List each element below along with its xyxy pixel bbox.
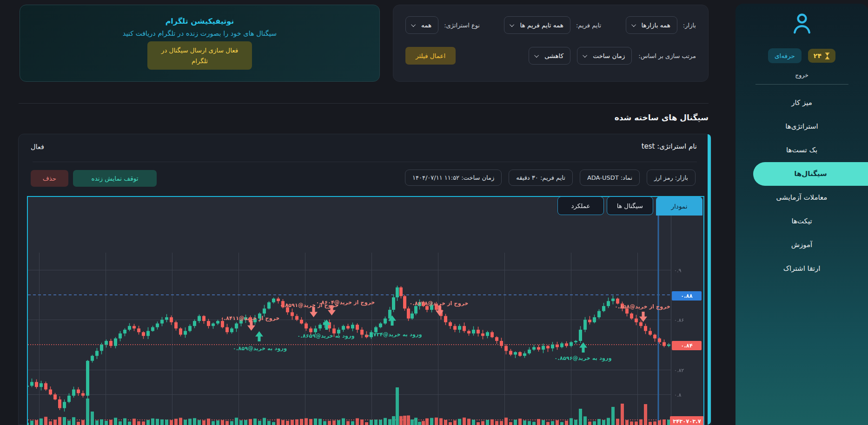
sidebar-item-tickets[interactable]: تیکت‌ها xyxy=(735,209,868,233)
chart-annotation-entry: ورود به خرید@۰.۸۷۳۴ xyxy=(364,331,422,338)
chart-annotation-entry: ورود به خرید@۰.۸۵۹ xyxy=(233,345,287,352)
price-axis-label: ۰.۸۲ xyxy=(674,367,684,373)
timeframe-badge: تایم فریم: ۳۰ دقیقه xyxy=(509,170,573,186)
user-avatar-icon[interactable] xyxy=(735,4,868,35)
apply-filter-button[interactable]: اعمال فیلتر xyxy=(405,47,456,65)
sidebar-item-backtests[interactable]: بک تست‌ها xyxy=(735,138,868,162)
sidebar-item-upgrade[interactable]: ارتقا اشتراک xyxy=(735,257,868,281)
stop-live-view-button[interactable]: توقف نمایش زنده xyxy=(73,170,157,187)
chart-annotation-entry: ورود به خرید@۰.۸۶۵۹ xyxy=(297,333,355,339)
pro-badge: حرفه‌ای xyxy=(768,48,802,63)
strategy-type-filter-label: نوع استراتژی: xyxy=(444,22,480,29)
symbol-badge: نماد: ADA-USDT xyxy=(580,170,640,186)
price-axis-label: ۰.۸۸ xyxy=(672,291,702,301)
price-axis-label: ۰.۹ xyxy=(674,268,681,274)
chart-annotation-exit: خروج از خرید@۰.۸۴۱۱ xyxy=(221,315,280,321)
strategy-name: نام استراتژی: test xyxy=(642,142,697,150)
card-accent-bar xyxy=(708,134,711,425)
sort-direction-select[interactable]: کاهشی xyxy=(529,47,570,65)
sidebar: ۲۴ حرفه‌ای خروج میز کار استراتژی‌ها بک ت… xyxy=(735,4,868,425)
hourglass-icon xyxy=(825,52,830,59)
signal-meta-badges: بازار: رمز ارز نماد: ADA-USDT تایم فریم:… xyxy=(405,170,696,186)
timeframe-filter-label: تایم فریم: xyxy=(576,22,601,29)
filters-panel: بازار: همه بازارها تایم فریم: همه تایم ف… xyxy=(393,5,709,82)
sidebar-item-demo-trades[interactable]: معاملات آزمایشی xyxy=(735,186,868,209)
signal-card-tabs: نمودار سیگنال ها عملکرد xyxy=(557,196,702,216)
credit-badge: ۲۴ xyxy=(808,49,835,63)
chart-annotation-exit: خروج از خرید@۰.۸۵۸ xyxy=(615,303,670,310)
telegram-card-subtitle: سیگنال های خود را بصورت زنده در تلگرام د… xyxy=(123,30,277,37)
price-axis-label: ۰.۸ xyxy=(674,392,681,398)
chevron-down-icon xyxy=(411,22,416,27)
chart-canvas[interactable] xyxy=(28,197,703,425)
logout-button[interactable]: خروج xyxy=(735,72,868,78)
status-badge: فعال xyxy=(31,143,44,150)
market-badge: بازار: رمز ارز xyxy=(647,170,696,186)
chart-annotation-exit: خروج از خرید@۰.۸۶۰۴ xyxy=(316,299,375,306)
sort-by-label: مرتب سازی بر اساس: xyxy=(638,52,696,59)
chevron-down-icon xyxy=(583,53,587,58)
market-filter-label: بازار: xyxy=(683,22,696,29)
tab-chart[interactable]: نمودار xyxy=(656,196,702,216)
section-divider xyxy=(19,103,709,104)
credit-count: ۲۴ xyxy=(814,52,822,59)
created-time-badge: زمان ساخت: ۱۱:۵۲ ۱۴۰۴/۰۷/۱۱ xyxy=(405,170,502,186)
sidebar-item-signals[interactable]: سیگنال‌ها xyxy=(753,162,868,186)
volume-price-tag: ۳۴۳۰۷۰۳.۷ xyxy=(670,416,704,425)
sidebar-item-workspace[interactable]: میز کار xyxy=(735,91,868,115)
chart-annotation-entry: ورود به خرید@۰.۸۵۹۶ xyxy=(554,355,612,361)
delete-button[interactable]: حذف xyxy=(31,170,68,187)
sidebar-item-strategies[interactable]: استراتژی‌ها xyxy=(735,115,868,138)
sidebar-menu: میز کار استراتژی‌ها بک تست‌ها سیگنال‌ها … xyxy=(735,91,868,281)
sidebar-item-education[interactable]: آموزش xyxy=(735,233,868,257)
sort-by-select[interactable]: زمان ساخت xyxy=(577,47,632,65)
candlestick-chart[interactable]: ۳۴۳۰۷۰۳.۷ ۰.۹۰.۸۸۰.۸۶۰.۸۴۰.۸۲۰.۸خروج از … xyxy=(27,196,704,425)
market-select[interactable]: همه بازارها xyxy=(626,16,677,34)
sidebar-divider xyxy=(755,84,848,85)
telegram-card-title: نوتیفیکیشن تلگرام xyxy=(166,17,234,26)
timeframe-select[interactable]: همه تایم فریم ها xyxy=(504,16,570,34)
chevron-down-icon xyxy=(631,22,636,27)
enable-telegram-signals-button[interactable]: فعال سازی ارسال سیگنال در تلگرام xyxy=(147,41,252,70)
strategy-type-select[interactable]: همه xyxy=(405,16,438,34)
tab-performance[interactable]: عملکرد xyxy=(557,196,604,215)
price-axis-label: ۰.۸۶ xyxy=(674,317,684,323)
chart-annotation-exit: خروج از خرید@۰.۸۶۲۸ xyxy=(410,300,469,307)
tab-signals[interactable]: سیگنال ها xyxy=(607,196,653,215)
price-axis-label: ۰.۸۴ xyxy=(672,341,702,350)
signal-card: نام استراتژی: test فعال حذف توقف نمایش ز… xyxy=(18,134,711,425)
chevron-down-icon xyxy=(534,53,539,58)
telegram-notification-card: نوتیفیکیشن تلگرام سیگنال های خود را بصور… xyxy=(20,5,380,82)
card-divider xyxy=(33,162,697,162)
chevron-down-icon xyxy=(510,22,515,27)
page-title: سیگنال های ساخته شده xyxy=(615,113,709,122)
